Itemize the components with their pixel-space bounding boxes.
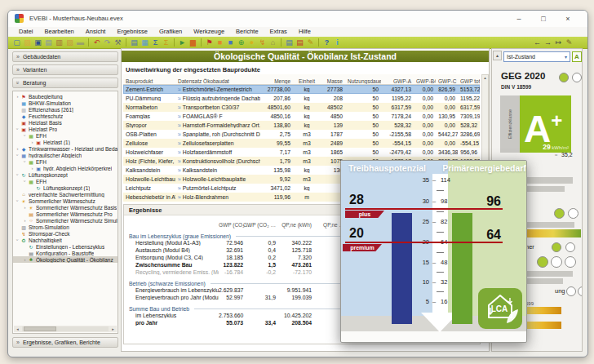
table-row-zellulose[interactable]: Zellulose≈Zellulosefaserplatten99,55m324… xyxy=(123,139,480,148)
tree-item-vereinfachte-sachwertermittlung[interactable]: ⌂vereinfachte Sachwertermittlung xyxy=(13,191,117,198)
column-header-masse[interactable]: Masse xyxy=(321,78,345,84)
accordion-beratung[interactable]: » Beratung xyxy=(12,78,118,88)
tree-item-sommerlicher-w-rmeschutz-pro[interactable]: ▤Sommerlicher Wärmeschutz Pro xyxy=(13,211,117,217)
tree-item-heizlast-basis[interactable]: ▣Heizlast Basis xyxy=(13,119,117,126)
table-row-pu-d-mmung[interactable]: PU-Dämmung≈Flüssig aufzubringende Dachab… xyxy=(123,94,480,103)
close-button[interactable]: × xyxy=(558,12,578,25)
variant-dropdown[interactable]: ▾ Ist-Zustand xyxy=(503,51,570,62)
expander-icon[interactable]: › xyxy=(23,133,28,139)
expander-icon[interactable]: › xyxy=(22,218,28,223)
nav-forward-icon[interactable]: → xyxy=(543,38,553,48)
expander-icon[interactable]: › xyxy=(15,94,20,99)
minimize-button[interactable]: – xyxy=(509,12,529,25)
option-radio-on[interactable] xyxy=(552,242,561,252)
tree-item-hydraulischer-abgleich[interactable]: ›▦hydraulischer Abgleich xyxy=(13,152,117,158)
table-row-holzweichfaser[interactable]: Holzweichfaser≈Holzfaserdämmstoff7,17m31… xyxy=(123,148,480,157)
menu-item-datei[interactable]: Datei xyxy=(13,27,39,37)
accordion-gebaeudedaten[interactable]: » Gebäudedaten xyxy=(12,51,118,62)
expander-icon[interactable]: › xyxy=(16,172,20,178)
nav-last-icon[interactable]: ↦ xyxy=(553,38,564,48)
tree-item-trinkwarmwasser-heizlast-und-beda[interactable]: ›◆Trinkwarmwasser - Heizlast und Beda xyxy=(13,145,117,152)
table-row-osb-platten[interactable]: OSB-Platten≈Spanplatte, roh (Durchschnit… xyxy=(123,130,480,139)
menu-item-extras[interactable]: Extras xyxy=(264,27,293,37)
table-row-foamglas[interactable]: Foamglas≈FOAMGLAS® F4850,16kg4850507178,… xyxy=(123,112,480,121)
tree-item-efh[interactable]: ›▦EFH xyxy=(13,158,117,165)
column-header-einheit[interactable]: Einheit xyxy=(293,78,321,84)
expander-icon[interactable]: › xyxy=(16,153,20,158)
doc-edit-icon[interactable]: ✎ xyxy=(305,38,316,48)
tree-item-feuchteschutz[interactable]: ◆Feuchteschutz xyxy=(13,113,117,119)
option-radio-off[interactable] xyxy=(565,256,576,268)
maximize-button[interactable]: □ xyxy=(534,12,553,25)
column-header-menge[interactable]: Menge xyxy=(260,78,293,84)
geg-radio-on[interactable] xyxy=(559,73,569,82)
option-radio-off[interactable] xyxy=(568,208,578,219)
scrollbar-thumb[interactable] xyxy=(24,326,56,331)
tree-item-sommerlicher-w-rmeschutz-basis[interactable]: ›☀Sommerlicher Wärmeschutz Basis xyxy=(13,204,117,211)
tools-icon[interactable]: ⚒ xyxy=(113,38,123,48)
remove-icon[interactable]: ▬ xyxy=(75,38,86,48)
sum-gold-icon[interactable]: Σ xyxy=(161,38,171,48)
scroll-up-icon[interactable]: ▴ xyxy=(493,51,502,60)
edit-pencil-icon[interactable]: ✎ xyxy=(564,38,574,48)
option-radio-off[interactable] xyxy=(551,256,562,268)
layout-icon[interactable]: ▦ xyxy=(140,38,150,48)
scrollbar-track[interactable] xyxy=(22,326,109,331)
table-row-zement-estrich[interactable]: Zement-Estrich≈Estrichmörtel-Zementestri… xyxy=(123,85,480,94)
menu-item-hilfe[interactable]: Hilfe xyxy=(293,27,317,37)
horizontal-scrollbar[interactable]: ◂ ▸ xyxy=(14,326,117,332)
scroll-left-icon[interactable]: ◂ xyxy=(14,326,21,331)
efficiency-class-button[interactable]: A xyxy=(572,51,582,62)
column-header-datensatz-kobaudat[interactable]: Datensatz Ökobaudat xyxy=(175,78,260,84)
undo-icon[interactable]: ↶ xyxy=(91,38,102,48)
tree-item-efh[interactable]: ›▦EFH xyxy=(13,132,117,139)
dot-icon[interactable]: ● xyxy=(246,38,257,48)
help-icon[interactable]: ? xyxy=(321,38,332,48)
option-radio-off[interactable] xyxy=(566,286,576,296)
home-icon[interactable]: ⌂ xyxy=(268,38,278,48)
bolt-icon[interactable]: ↯ xyxy=(257,38,268,48)
copy-icon[interactable]: ▤ xyxy=(43,38,54,48)
tree-item-bhkw-simulation[interactable]: ▦BHKW-Simulation xyxy=(13,100,117,106)
globe-icon[interactable]: ⊕ xyxy=(236,38,246,48)
table-row-styropor[interactable]: Styropor≈Harnstoff-Formaldehydharz Ort…1… xyxy=(123,121,480,130)
tree-item-strom-simulation[interactable]: ▥Strom-Simulation xyxy=(13,224,117,230)
expander-icon[interactable]: › xyxy=(22,257,28,262)
tree-item-l-ftungskonzept[interactable]: ›↻Lüftungskonzept xyxy=(13,171,117,178)
doc-blue-icon[interactable]: ▤ xyxy=(284,38,295,48)
expander-icon[interactable]: › xyxy=(16,198,20,204)
tree-item-effizienzhaus-261[interactable]: ▥Effizienzhaus [261] xyxy=(13,106,117,113)
bottom-accordion[interactable]: » Ergebnisse, Grafiken, Berichte xyxy=(12,337,118,348)
column-header-nutzungsdauer[interactable]: Nutzungsdauer xyxy=(345,78,381,84)
expander-icon[interactable]: › xyxy=(16,237,20,243)
flag-icon[interactable]: ⚑ xyxy=(204,38,215,48)
menu-item-werkzeuge[interactable]: Werkzeuge xyxy=(188,27,230,37)
doc-red-icon[interactable]: ▤ xyxy=(295,38,305,48)
report-icon[interactable]: ▤ xyxy=(129,38,140,48)
tree-item-efh[interactable]: ›▦EFH xyxy=(13,178,117,184)
expander-icon[interactable]: › xyxy=(23,179,28,184)
tree-item-nachhaltigkeit[interactable]: ›♻Nachhaltigkeit xyxy=(13,237,117,243)
tree-item-konfiguration-baustoffe[interactable]: ▤Konfiguration - Baustoffe xyxy=(13,250,117,256)
menu-item-berichte[interactable]: Berichte xyxy=(230,27,264,37)
open-folder-icon[interactable]: ▨ xyxy=(22,38,33,48)
table-row-normalbeton[interactable]: Normalbeton≈Transportbeton C30/3748501,6… xyxy=(123,103,480,112)
tree-item-einstellungen-lebenszyklus[interactable]: ↻Einstellungen - Lebenszyklus xyxy=(13,243,117,250)
expander-icon[interactable]: › xyxy=(29,166,35,171)
run-icon[interactable]: ► xyxy=(177,38,188,48)
tree-item-hydr-abgleich-heizk-rperkrei[interactable]: ›▣hydr. Abgleich Heizkörperkrei xyxy=(13,165,117,171)
option-radio-on[interactable] xyxy=(537,256,548,268)
accordion-varianten[interactable]: » Varianten xyxy=(12,64,118,75)
import-folder-icon[interactable]: ▧ xyxy=(64,38,75,48)
box-blue-icon[interactable]: ■ xyxy=(225,38,236,48)
tree-item-heizlast-pro[interactable]: ›▣Heizlast Pro xyxy=(13,126,117,132)
sum-blue-icon[interactable]: Σ xyxy=(150,38,161,48)
expander-icon[interactable]: › xyxy=(29,140,35,144)
menu-item-grafiken[interactable]: Grafiken xyxy=(153,27,188,37)
menu-item-ansicht[interactable]: Ansicht xyxy=(80,27,112,37)
info-icon[interactable]: i xyxy=(332,38,343,48)
box-orange-icon[interactable]: ■ xyxy=(215,38,225,48)
expander-icon[interactable]: › xyxy=(16,127,20,132)
expander-icon[interactable]: › xyxy=(23,159,28,165)
new-file-icon[interactable]: ▢ xyxy=(11,38,22,48)
